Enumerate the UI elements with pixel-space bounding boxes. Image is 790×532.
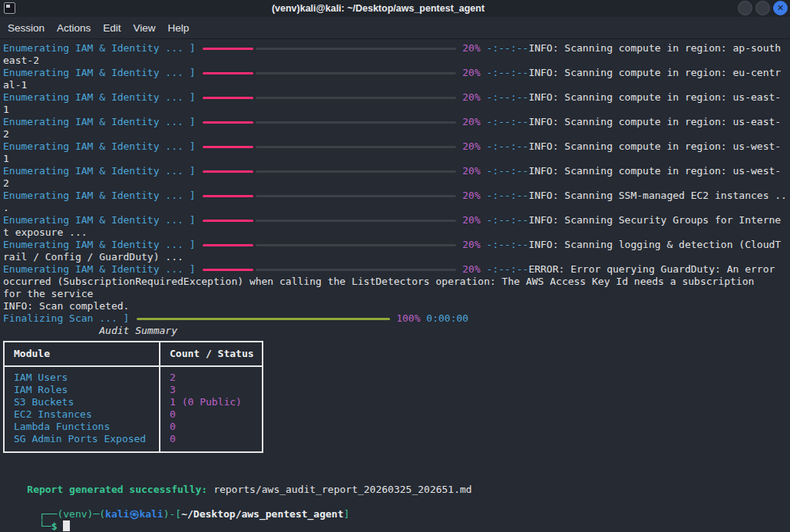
menu-view[interactable]: View <box>127 20 162 36</box>
text-segment: 20% <box>456 190 486 201</box>
progress-bar-track <box>256 72 456 74</box>
text-segment: Enumerating IAM & Identity ... ] <box>3 116 195 127</box>
prompt-sep1: )─( <box>88 508 105 520</box>
text-segment: Finalizing Scan ... ] <box>3 312 129 324</box>
prompt-cwd: ~/Desktop/aws_pentest_agent <box>181 508 343 520</box>
progress-bar-fill <box>203 220 253 222</box>
progress-bar <box>203 116 456 128</box>
terminal-line: Enumerating IAM & Identity ... ] 20% -:-… <box>3 214 787 226</box>
terminal-line: Enumerating IAM & Identity ... ] 20% -:-… <box>3 67 787 79</box>
progress-bar <box>203 214 456 226</box>
table-row: IAM Roles3 <box>5 384 262 396</box>
module-cell: EC2 Instances <box>5 408 159 421</box>
menu-help[interactable]: Help <box>162 20 196 36</box>
text-segment: Enumerating IAM & Identity ... ] <box>3 190 195 201</box>
text-segment: Enumerating IAM & Identity ... ] <box>3 42 195 54</box>
close-button[interactable]: ✕ <box>773 1 788 15</box>
text-segment: 1 <box>3 153 9 164</box>
terminal-line: 2 <box>3 177 787 190</box>
count-cell: 2 <box>159 372 262 384</box>
text-segment: Enumerating IAM & Identity ... ] <box>3 91 195 103</box>
text-segment: 20% <box>456 67 486 78</box>
terminal-cursor[interactable] <box>63 520 70 531</box>
report-status: Report generated successfully: <box>27 484 207 495</box>
module-cell: IAM Roles <box>5 384 159 396</box>
progress-bar-track <box>256 244 456 246</box>
count-cell: 0 <box>159 433 262 445</box>
titlebar: (venv)kali@kali: ~/Desktop/aws_pentest_a… <box>0 0 790 17</box>
text-segment: 20% <box>456 263 486 275</box>
text-segment: -:--:-- <box>487 239 529 250</box>
terminal-line: Audit Summary <box>3 325 787 337</box>
prompt-frame-bottom: └─ <box>39 520 51 532</box>
table-row: SG Admin Ports Exposed0 <box>5 433 262 445</box>
report-path: reports/aws_audit_report_20260325_202651… <box>213 484 472 495</box>
text-segment: Enumerating IAM & Identity ... ] <box>3 263 195 275</box>
terminal-line: Enumerating IAM & Identity ... ] 20% -:-… <box>3 42 787 55</box>
table-row: Lambda Functions0 <box>5 421 262 433</box>
terminal-line: Enumerating IAM & Identity ... ] 20% -:-… <box>3 140 787 153</box>
prompt-sep2: )-[ <box>164 508 181 520</box>
progress-bar <box>137 312 390 325</box>
text-segment: Enumerating IAM & Identity ... ] <box>3 67 195 78</box>
minimize-button[interactable] <box>738 1 752 15</box>
progress-bar-fill <box>203 48 253 50</box>
table-row: IAM Users2 <box>5 372 262 384</box>
text-segment: INFO: Scanning logging & detection (Clou… <box>528 239 781 250</box>
text-segment: 2 <box>3 177 9 189</box>
terminal-line: Enumerating IAM & Identity ... ] 20% -:-… <box>3 239 787 251</box>
terminal-line: 1 <box>3 104 787 116</box>
prompt-venv: venv <box>63 508 87 520</box>
text-segment: -:--:-- <box>487 263 529 275</box>
text-segment: INFO: Scanning compute in region: us-eas… <box>528 116 781 127</box>
menu-edit[interactable]: Edit <box>97 20 127 36</box>
text-segment: Enumerating IAM & Identity ... ] <box>3 239 195 250</box>
prompt-frame-close: ] <box>344 508 350 520</box>
text-segment: INFO: Scan completed. <box>3 300 129 312</box>
text-segment: 20% <box>456 239 486 250</box>
terminal-content[interactable]: Enumerating IAM & Identity ... ] 20% -:-… <box>0 39 790 529</box>
table-row: S3 Buckets1 (0 Public) <box>5 396 262 408</box>
progress-bar-fill <box>137 318 390 320</box>
text-segment: INFO: Scanning compute in region: eu-cen… <box>528 67 781 78</box>
text-segment: INFO: Scanning compute in region: us-wes… <box>528 140 781 152</box>
terminal-line: Enumerating IAM & Identity ... ] 20% -:-… <box>3 116 787 128</box>
terminal-line: Enumerating IAM & Identity ... ] 20% -:-… <box>3 165 787 177</box>
progress-bar-fill <box>203 97 253 99</box>
menubar: Session Actions Edit View Help <box>0 17 790 39</box>
text-segment: occurred (SubscriptionRequiredException)… <box>3 276 754 287</box>
close-icon: ✕ <box>777 3 784 13</box>
text-segment: INFO: Scanning compute in region: us-wes… <box>528 165 781 177</box>
text-segment: Enumerating IAM & Identity ... ] <box>3 214 195 226</box>
progress-bar <box>203 42 456 55</box>
table-row: EC2 Instances0 <box>5 408 262 421</box>
terminal-line: . <box>3 202 787 214</box>
shell-prompt: ┌──(venv)─(kali㉿kali)-[~/Desktop/aws_pen… <box>3 496 787 520</box>
terminal-line: rail / Config / GuardDuty) ... <box>3 251 787 263</box>
text-segment: INFO: Scanning Security Groups for Inter… <box>528 214 781 226</box>
text-segment: east-2 <box>3 55 39 66</box>
progress-bar-track <box>256 195 456 197</box>
progress-bar <box>203 67 456 79</box>
text-segment: INFO: Scanning compute in region: ap-sou… <box>528 42 781 54</box>
text-segment: Enumerating IAM & Identity ... ] <box>3 165 195 177</box>
progress-bar-track <box>256 48 456 50</box>
text-segment: t exposure ... <box>3 226 88 238</box>
progress-bar-fill <box>203 195 253 197</box>
text-segment: 20% <box>456 214 486 226</box>
menu-actions[interactable]: Actions <box>51 20 97 36</box>
prompt-line-1: ┌──(venv)─(kali㉿kali)-[~/Desktop/aws_pen… <box>3 496 787 508</box>
summary-table-body: IAM Users2IAM Roles3S3 Buckets1 (0 Publi… <box>5 367 262 451</box>
progress-bar <box>203 91 456 104</box>
progress-bar-fill <box>203 146 253 148</box>
progress-bar-track <box>256 121 456 124</box>
maximize-button[interactable] <box>755 1 770 15</box>
text-segment: Audit Summary <box>3 325 177 336</box>
menu-session[interactable]: Session <box>2 20 51 36</box>
progress-bar-track <box>256 220 456 222</box>
progress-bar <box>203 263 456 276</box>
progress-bar <box>203 140 456 153</box>
table-header-module: Module <box>5 348 159 360</box>
text-segment: 20% <box>456 91 486 103</box>
count-cell: 0 <box>159 408 262 421</box>
